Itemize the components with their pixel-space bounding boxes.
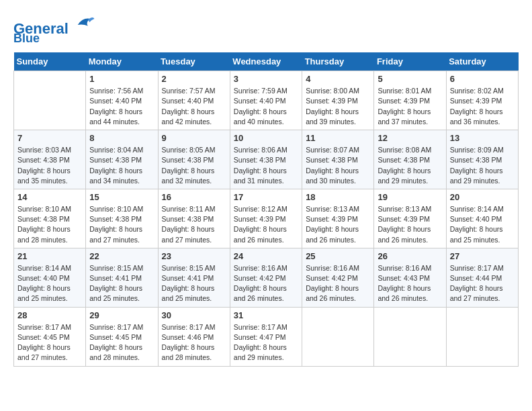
day-info: Sunrise: 8:15 AMSunset: 4:41 PMDaylight:… bbox=[162, 263, 226, 304]
day-info: Sunrise: 8:10 AMSunset: 4:38 PMDaylight:… bbox=[89, 204, 154, 245]
header-monday: Monday bbox=[86, 52, 158, 71]
calendar-cell: 26Sunrise: 8:16 AMSunset: 4:43 PMDayligh… bbox=[374, 248, 446, 307]
day-info: Sunrise: 8:16 AMSunset: 4:42 PMDaylight:… bbox=[234, 263, 298, 304]
day-number: 13 bbox=[450, 133, 515, 143]
calendar-header-row: SundayMondayTuesdayWednesdayThursdayFrid… bbox=[14, 52, 519, 71]
day-number: 21 bbox=[17, 251, 82, 261]
day-number: 7 bbox=[17, 133, 82, 143]
calendar-cell: 10Sunrise: 8:06 AMSunset: 4:38 PMDayligh… bbox=[230, 130, 302, 189]
calendar-cell: 30Sunrise: 8:17 AMSunset: 4:46 PMDayligh… bbox=[158, 307, 230, 366]
calendar-week-row: 1Sunrise: 7:56 AMSunset: 4:40 PMDaylight… bbox=[14, 71, 519, 130]
day-info: Sunrise: 8:17 AMSunset: 4:44 PMDaylight:… bbox=[450, 263, 515, 304]
day-number: 4 bbox=[306, 74, 370, 84]
day-info: Sunrise: 8:14 AMSunset: 4:40 PMDaylight:… bbox=[17, 263, 82, 304]
calendar-cell bbox=[14, 71, 86, 130]
calendar-cell: 1Sunrise: 7:56 AMSunset: 4:40 PMDaylight… bbox=[86, 71, 158, 130]
calendar-cell: 3Sunrise: 7:59 AMSunset: 4:40 PMDaylight… bbox=[230, 71, 302, 130]
day-info: Sunrise: 8:14 AMSunset: 4:40 PMDaylight:… bbox=[450, 204, 515, 245]
day-info: Sunrise: 8:17 AMSunset: 4:45 PMDaylight:… bbox=[17, 322, 82, 363]
header-friday: Friday bbox=[374, 52, 446, 71]
header-tuesday: Tuesday bbox=[158, 52, 230, 71]
calendar-cell: 14Sunrise: 8:10 AMSunset: 4:38 PMDayligh… bbox=[14, 189, 86, 248]
logo-bird-icon bbox=[75, 13, 95, 34]
day-number: 12 bbox=[378, 133, 442, 143]
day-number: 9 bbox=[162, 133, 226, 143]
calendar-cell: 19Sunrise: 8:13 AMSunset: 4:39 PMDayligh… bbox=[374, 189, 446, 248]
day-number: 11 bbox=[306, 133, 370, 143]
day-number: 14 bbox=[17, 192, 82, 202]
calendar-cell: 7Sunrise: 8:03 AMSunset: 4:38 PMDaylight… bbox=[14, 130, 86, 189]
calendar-cell: 20Sunrise: 8:14 AMSunset: 4:40 PMDayligh… bbox=[446, 189, 518, 248]
header-sunday: Sunday bbox=[14, 52, 86, 71]
page-header: General Blue bbox=[13, 13, 519, 46]
day-number: 16 bbox=[162, 192, 226, 202]
day-number: 23 bbox=[162, 251, 226, 261]
day-number: 30 bbox=[162, 310, 226, 320]
day-number: 8 bbox=[89, 133, 154, 143]
day-number: 3 bbox=[234, 74, 298, 84]
calendar-cell: 11Sunrise: 8:07 AMSunset: 4:38 PMDayligh… bbox=[302, 130, 374, 189]
day-info: Sunrise: 8:01 AMSunset: 4:39 PMDaylight:… bbox=[378, 86, 442, 127]
day-number: 5 bbox=[378, 74, 442, 84]
day-number: 26 bbox=[378, 251, 442, 261]
day-info: Sunrise: 8:12 AMSunset: 4:39 PMDaylight:… bbox=[234, 204, 298, 245]
calendar-cell: 21Sunrise: 8:14 AMSunset: 4:40 PMDayligh… bbox=[14, 248, 86, 307]
day-info: Sunrise: 8:08 AMSunset: 4:38 PMDaylight:… bbox=[378, 145, 442, 186]
day-info: Sunrise: 8:15 AMSunset: 4:41 PMDaylight:… bbox=[89, 263, 154, 304]
day-info: Sunrise: 8:11 AMSunset: 4:38 PMDaylight:… bbox=[162, 204, 226, 245]
day-info: Sunrise: 8:03 AMSunset: 4:38 PMDaylight:… bbox=[17, 145, 82, 186]
calendar-week-row: 7Sunrise: 8:03 AMSunset: 4:38 PMDaylight… bbox=[14, 130, 519, 189]
day-number: 29 bbox=[89, 310, 154, 320]
day-info: Sunrise: 7:56 AMSunset: 4:40 PMDaylight:… bbox=[89, 86, 154, 127]
calendar-week-row: 21Sunrise: 8:14 AMSunset: 4:40 PMDayligh… bbox=[14, 248, 519, 307]
calendar-cell: 25Sunrise: 8:16 AMSunset: 4:42 PMDayligh… bbox=[302, 248, 374, 307]
day-info: Sunrise: 8:13 AMSunset: 4:39 PMDaylight:… bbox=[306, 204, 370, 245]
day-number: 20 bbox=[450, 192, 515, 202]
calendar-cell: 16Sunrise: 8:11 AMSunset: 4:38 PMDayligh… bbox=[158, 189, 230, 248]
day-number: 17 bbox=[234, 192, 298, 202]
header-saturday: Saturday bbox=[446, 52, 518, 71]
day-number: 19 bbox=[378, 192, 442, 202]
calendar-cell: 31Sunrise: 8:17 AMSunset: 4:47 PMDayligh… bbox=[230, 307, 302, 366]
day-number: 28 bbox=[17, 310, 82, 320]
logo: General Blue bbox=[13, 13, 95, 46]
day-number: 1 bbox=[89, 74, 154, 84]
calendar-cell: 2Sunrise: 7:57 AMSunset: 4:40 PMDaylight… bbox=[158, 71, 230, 130]
calendar-cell bbox=[374, 307, 446, 366]
calendar-cell: 15Sunrise: 8:10 AMSunset: 4:38 PMDayligh… bbox=[86, 189, 158, 248]
calendar-week-row: 28Sunrise: 8:17 AMSunset: 4:45 PMDayligh… bbox=[14, 307, 519, 366]
day-number: 27 bbox=[450, 251, 515, 261]
day-info: Sunrise: 8:00 AMSunset: 4:39 PMDaylight:… bbox=[306, 86, 370, 127]
calendar-table: SundayMondayTuesdayWednesdayThursdayFrid… bbox=[13, 52, 519, 366]
day-number: 18 bbox=[306, 192, 370, 202]
day-info: Sunrise: 8:17 AMSunset: 4:45 PMDaylight:… bbox=[89, 322, 154, 363]
day-number: 2 bbox=[162, 74, 226, 84]
calendar-cell: 8Sunrise: 8:04 AMSunset: 4:38 PMDaylight… bbox=[86, 130, 158, 189]
day-info: Sunrise: 8:16 AMSunset: 4:42 PMDaylight:… bbox=[306, 263, 370, 304]
day-info: Sunrise: 8:02 AMSunset: 4:39 PMDaylight:… bbox=[450, 86, 515, 127]
day-number: 6 bbox=[450, 74, 515, 84]
header-wednesday: Wednesday bbox=[230, 52, 302, 71]
calendar-cell: 29Sunrise: 8:17 AMSunset: 4:45 PMDayligh… bbox=[86, 307, 158, 366]
day-info: Sunrise: 8:10 AMSunset: 4:38 PMDaylight:… bbox=[17, 204, 82, 245]
calendar-cell: 24Sunrise: 8:16 AMSunset: 4:42 PMDayligh… bbox=[230, 248, 302, 307]
header-thursday: Thursday bbox=[302, 52, 374, 71]
day-number: 15 bbox=[89, 192, 154, 202]
day-info: Sunrise: 8:17 AMSunset: 4:46 PMDaylight:… bbox=[162, 322, 226, 363]
day-info: Sunrise: 8:06 AMSunset: 4:38 PMDaylight:… bbox=[234, 145, 298, 186]
day-info: Sunrise: 7:57 AMSunset: 4:40 PMDaylight:… bbox=[162, 86, 226, 127]
calendar-cell: 6Sunrise: 8:02 AMSunset: 4:39 PMDaylight… bbox=[446, 71, 518, 130]
calendar-cell: 4Sunrise: 8:00 AMSunset: 4:39 PMDaylight… bbox=[302, 71, 374, 130]
day-number: 10 bbox=[234, 133, 298, 143]
day-info: Sunrise: 8:09 AMSunset: 4:38 PMDaylight:… bbox=[450, 145, 515, 186]
calendar-cell: 13Sunrise: 8:09 AMSunset: 4:38 PMDayligh… bbox=[446, 130, 518, 189]
calendar-cell: 12Sunrise: 8:08 AMSunset: 4:38 PMDayligh… bbox=[374, 130, 446, 189]
calendar-cell: 9Sunrise: 8:05 AMSunset: 4:38 PMDaylight… bbox=[158, 130, 230, 189]
day-info: Sunrise: 8:13 AMSunset: 4:39 PMDaylight:… bbox=[378, 204, 442, 245]
day-info: Sunrise: 8:17 AMSunset: 4:47 PMDaylight:… bbox=[234, 322, 298, 363]
day-number: 24 bbox=[234, 251, 298, 261]
day-info: Sunrise: 8:05 AMSunset: 4:38 PMDaylight:… bbox=[162, 145, 226, 186]
calendar-cell: 27Sunrise: 8:17 AMSunset: 4:44 PMDayligh… bbox=[446, 248, 518, 307]
calendar-cell: 22Sunrise: 8:15 AMSunset: 4:41 PMDayligh… bbox=[86, 248, 158, 307]
day-number: 25 bbox=[306, 251, 370, 261]
